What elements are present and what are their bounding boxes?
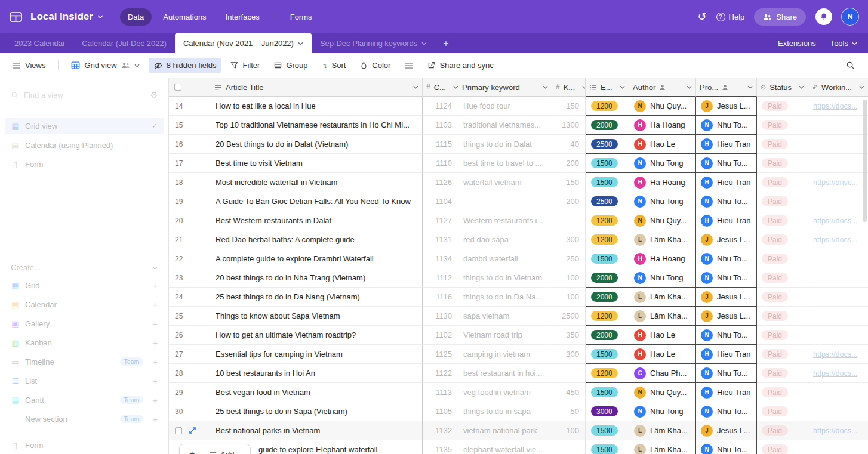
table-row[interactable]: 28 10 best restaurants in Hoi An 1122 be… <box>169 364 868 383</box>
row-number-cell[interactable]: 29 <box>169 383 211 402</box>
sidebar-item-form[interactable]: ▯ Form <box>5 156 164 172</box>
table-row[interactable]: 22 A complete guide to explore Drambri W… <box>169 249 868 268</box>
author-cell[interactable]: LLâm Kha... <box>629 288 696 307</box>
pro-cell[interactable]: HHieu Tran <box>696 211 757 230</box>
e-select-cell[interactable]: 1200 <box>586 211 629 230</box>
pro-cell[interactable]: JJesus L... <box>696 288 757 307</box>
author-cell[interactable]: NNhu Quy... <box>629 97 696 116</box>
article-title-cell[interactable]: A Guide To Ban Gioc Detian Falls: All Yo… <box>211 192 423 211</box>
working-doc-cell[interactable]: https://drive... <box>808 173 868 192</box>
status-cell[interactable]: Paid <box>757 288 808 307</box>
add-view-icon[interactable]: + <box>152 338 158 348</box>
share-sync-button[interactable]: Share and sync <box>422 58 498 73</box>
working-doc-cell[interactable]: https://docs... <box>808 97 868 116</box>
article-title-cell[interactable]: Best Western restaurants in Dalat <box>211 211 423 230</box>
primary-keyword-cell[interactable]: elephant waterfall vie... <box>458 440 552 454</box>
add-multiple-rows-button[interactable]: Add... <box>202 450 248 454</box>
status-cell[interactable]: Paid <box>757 440 808 454</box>
row-number-cell[interactable]: 19 <box>169 192 211 211</box>
count-cell[interactable]: 1125 <box>423 345 458 364</box>
table-row[interactable]: 24 25 best things to do in Da Nang (Viet… <box>169 288 868 307</box>
status-cell[interactable]: Paid <box>757 211 808 230</box>
pro-cell[interactable]: NNhu To... <box>696 249 757 268</box>
working-doc-link[interactable]: https://docs... <box>813 102 857 110</box>
primary-keyword-cell[interactable]: dambri waterfall <box>458 249 552 268</box>
status-cell[interactable]: Paid <box>757 135 808 154</box>
working-doc-cell[interactable] <box>808 440 868 454</box>
table-row[interactable]: 20 Best Western restaurants in Dalat 112… <box>169 211 868 230</box>
e-select-cell[interactable]: 2000 <box>586 268 629 288</box>
article-title-cell[interactable]: Top 10 traditional Vietnamese restaurant… <box>211 116 423 135</box>
e-select-cell[interactable]: 2000 <box>586 288 629 307</box>
count-cell[interactable]: 1110 <box>423 154 458 173</box>
e-select-cell[interactable]: 2500 <box>586 135 629 154</box>
count-cell[interactable]: 1130 <box>423 307 458 326</box>
keyword-volume-cell[interactable]: 50 <box>552 402 586 421</box>
working-doc-link[interactable]: https://drive... <box>813 178 858 187</box>
row-number-cell[interactable]: 30 <box>169 402 211 421</box>
topnav-data[interactable]: Data <box>120 8 152 26</box>
primary-keyword-cell[interactable]: red dao sapa <box>458 230 552 249</box>
pro-cell[interactable]: NNhu To... <box>696 364 757 383</box>
status-cell[interactable]: Paid <box>757 116 808 135</box>
add-view-icon[interactable]: + <box>152 357 158 367</box>
article-title-cell[interactable]: How to eat like a local in Hue <box>211 97 423 116</box>
primary-keyword-cell[interactable]: things to do in Dalat <box>458 135 552 154</box>
user-avatar[interactable]: N <box>842 8 858 25</box>
sidebar-item-kanban[interactable]: ▥ Kanban + <box>5 334 164 351</box>
status-cell[interactable]: Paid <box>757 97 808 116</box>
topnav-forms[interactable]: Forms <box>282 8 320 26</box>
primary-keyword-cell[interactable]: Hue food tour <box>458 97 552 116</box>
e-select-cell[interactable]: 1200 <box>586 230 629 249</box>
add-view-icon[interactable]: + <box>152 395 158 405</box>
table-tab[interactable]: Sep-Dec Planning keywords <box>312 33 435 53</box>
count-cell[interactable]: 1115 <box>423 135 458 154</box>
table-row[interactable]: 30 25 best things to do in Sapa (Vietnam… <box>169 402 868 421</box>
sort-button[interactable]: ↑↓ Sort <box>317 58 352 73</box>
add-view-icon[interactable]: + <box>152 376 158 386</box>
primary-keyword-cell[interactable] <box>458 192 552 211</box>
e-select-cell[interactable]: 1500 <box>586 154 629 173</box>
keyword-volume-cell[interactable]: 300 <box>552 345 586 364</box>
working-doc-cell[interactable]: https://docs... <box>808 211 868 230</box>
e-select-cell[interactable]: 2000 <box>586 116 629 135</box>
sidebar-item-list[interactable]: ☰ List + <box>5 372 164 389</box>
article-title-cell[interactable]: 20 Best things to do in Dalat (Vietnam) <box>211 135 423 154</box>
primary-keyword-cell[interactable]: things to do in sapa <box>458 402 552 421</box>
keyword-volume-cell[interactable] <box>552 364 586 383</box>
author-cell[interactable]: NNhu Tong <box>629 154 696 173</box>
e-select-cell[interactable]: 1500 <box>586 440 629 454</box>
count-cell[interactable]: 1103 <box>423 116 458 135</box>
column-header-e[interactable]: E... <box>586 78 629 97</box>
add-view-icon[interactable]: + <box>152 280 158 291</box>
history-icon[interactable]: ↺ <box>697 11 706 22</box>
vertical-scrollbar[interactable] <box>863 100 867 222</box>
pro-cell[interactable]: NNhu To... <box>696 440 757 454</box>
add-row-button[interactable]: + <box>182 449 202 454</box>
author-cell[interactable]: LLâm Kha... <box>629 440 696 454</box>
keyword-volume-cell[interactable]: 2500 <box>552 307 586 326</box>
search-icon[interactable] <box>846 61 855 70</box>
keyword-volume-cell[interactable]: 200 <box>552 154 586 173</box>
author-cell[interactable]: HHao Le <box>629 326 696 345</box>
primary-keyword-cell[interactable]: sapa vietnam <box>458 307 552 326</box>
extensions-button[interactable]: Extensions <box>778 39 816 48</box>
primary-keyword-cell[interactable]: traditional vietnames... <box>458 116 552 135</box>
status-cell[interactable]: Paid <box>757 326 808 345</box>
e-select-cell[interactable]: 1500 <box>586 173 629 192</box>
status-cell[interactable]: Paid <box>757 230 808 249</box>
pro-cell[interactable]: HHieu Tran <box>696 345 757 364</box>
pro-cell[interactable]: JJesus L... <box>696 97 757 116</box>
sidebar-item-calendar-using-planned-[interactable]: ▤ Calendar (using Planned) <box>5 137 164 153</box>
working-doc-link[interactable]: https://docs... <box>813 350 857 359</box>
working-doc-cell[interactable] <box>808 249 868 268</box>
views-button[interactable]: Views <box>7 58 51 73</box>
column-header-article-title[interactable]: Article Title <box>211 78 423 97</box>
count-cell[interactable]: 1126 <box>423 173 458 192</box>
table-row[interactable]: 18 Most incredible waterfall in Vietnam … <box>169 173 868 192</box>
primary-keyword-cell[interactable]: camping in vietnam <box>458 345 552 364</box>
table-row[interactable]: 21 Red Dao herbal baths: A complete guid… <box>169 230 868 249</box>
pro-cell[interactable]: NNhu To... <box>696 192 757 211</box>
article-title-cell[interactable]: A complete guide to explore Drambri Wate… <box>211 249 423 268</box>
column-header-primary-keyword[interactable]: Primary keyword <box>458 78 552 97</box>
